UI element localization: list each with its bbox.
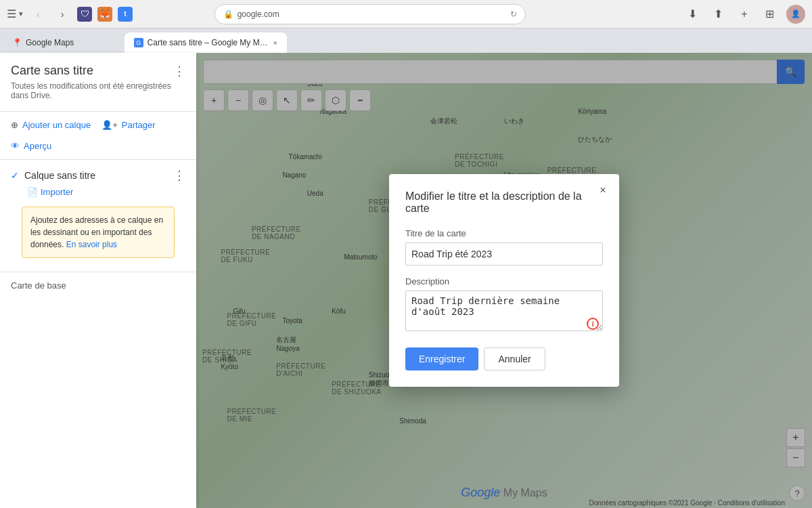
sidebar-menu-button[interactable]: ⋮ <box>173 64 185 79</box>
divider-1 <box>0 111 196 112</box>
layer-check-icon[interactable]: ✓ <box>11 170 19 181</box>
layer-name: Calque sans titre <box>24 170 168 181</box>
tab-maps[interactable]: 📍 Google Maps <box>3 33 125 53</box>
preview-button[interactable]: 👁 Aperçu <box>0 135 196 156</box>
ext-shield-icon: 🛡 <box>77 7 92 22</box>
preview-label: Aperçu <box>24 141 51 151</box>
browser-right-icons: ⬇ ⬆ + ⊞ 👤 <box>683 5 805 24</box>
ext-fox-icon: 🦊 <box>97 7 112 22</box>
mymaps-tab-favicon: G <box>134 38 143 47</box>
description-field-label: Description <box>405 276 603 287</box>
save-button[interactable]: Enregistrer <box>405 347 478 371</box>
import-button[interactable]: 📄 Importer <box>11 183 185 201</box>
layer-header: ✓ Calque sans titre ⋮ <box>11 168 185 183</box>
mymaps-tab-title: Carte sans titre – Google My Maps <box>148 38 269 47</box>
grid-icon[interactable]: ⊞ <box>761 5 780 24</box>
tabs-bar: 📍 Google Maps G Carte sans titre – Googl… <box>0 28 812 53</box>
download-icon[interactable]: ⬇ <box>683 5 702 24</box>
chevron-down-icon[interactable]: ▾ <box>19 9 23 18</box>
maps-tab-favicon: 📍 <box>12 38 22 47</box>
description-field-input[interactable]: Road Trip dernière semaine d'août 2023 <box>405 291 603 331</box>
modal-close-button[interactable]: × <box>595 182 611 198</box>
add-layer-icon: ⊕ <box>11 120 18 130</box>
divider-2 <box>0 159 196 160</box>
title-field-input[interactable] <box>405 242 603 266</box>
address-bar[interactable]: 🔒 google.com ↻ <box>215 4 526 24</box>
title-form-group: Titre de la carte <box>405 228 603 266</box>
sidebar-header: Carte sans titre ⋮ <box>0 53 196 81</box>
share-label: Partager <box>122 120 156 130</box>
sidebar-saved-status: Toutes les modifications ont été enregis… <box>0 81 196 108</box>
description-textarea-wrap: Road Trip dernière semaine d'août 2023 i <box>405 291 603 334</box>
edit-map-modal: × Modifier le titre et la description de… <box>389 174 619 387</box>
tab-mymaps[interactable]: G Carte sans titre – Google My Maps × <box>125 33 287 53</box>
sidebar-actions: ⊕ Ajouter un calque 👤+ Partager <box>0 114 196 135</box>
layer-section: ✓ Calque sans titre ⋮ 📄 Importer Ajoutez… <box>0 163 196 269</box>
forward-button[interactable]: › <box>53 5 72 24</box>
description-form-group: Description Road Trip dernière semaine d… <box>405 276 603 334</box>
basemap-label: Carte de base <box>11 280 66 291</box>
map-area[interactable]: PRÉFECTUREDE FUKU PRÉFECTUREDE GIFU PRÉF… <box>196 53 812 508</box>
share-button[interactable]: 👤+ Partager <box>102 120 155 130</box>
modal-title: Modifier le titre et la description de l… <box>405 190 603 215</box>
new-tab-icon[interactable]: + <box>735 5 754 24</box>
description-indicator: i <box>587 318 599 330</box>
lock-icon: 🔒 <box>223 9 233 19</box>
tab-close-icon[interactable]: × <box>273 39 277 47</box>
add-layer-label: Ajouter un calque <box>22 120 91 130</box>
learn-more-link[interactable]: En savoir plus <box>66 240 117 249</box>
address-text: google.com <box>238 9 506 19</box>
sidebar: Carte sans titre ⋮ Toutes les modificati… <box>0 53 196 508</box>
add-layer-button[interactable]: ⊕ Ajouter un calque <box>11 120 91 130</box>
layer-menu-button[interactable]: ⋮ <box>173 168 185 183</box>
back-button[interactable]: ‹ <box>28 5 47 24</box>
browser-chrome: ☰ ▾ ‹ › 🛡 🦊 t 🔒 google.com ↻ ⬇ ⬆ + ⊞ 👤 <box>0 0 812 28</box>
eye-icon: 👁 <box>11 141 20 151</box>
basemap-section[interactable]: Carte de base <box>0 275 196 296</box>
content-area: Carte sans titre ⋮ Toutes les modificati… <box>0 53 812 508</box>
extension-icons: 🛡 🦊 t <box>77 7 133 22</box>
sidebar-toggle[interactable]: ☰ ▾ <box>7 7 23 20</box>
modal-actions: Enregistrer Annuler <box>405 347 603 371</box>
reload-icon[interactable]: ↻ <box>510 9 517 19</box>
cancel-button[interactable]: Annuler <box>484 347 545 371</box>
sidebar-title: Carte sans titre <box>11 64 93 78</box>
title-field-label: Titre de la carte <box>405 228 603 238</box>
import-icon: 📄 <box>27 187 38 197</box>
share-icon[interactable]: ⬆ <box>709 5 728 24</box>
layer-hint: Ajoutez des adresses à ce calque en les … <box>22 207 175 258</box>
maps-tab-title: Google Maps <box>26 38 74 47</box>
divider-3 <box>0 272 196 272</box>
share-icon: 👤+ <box>102 120 118 130</box>
avatar[interactable]: 👤 <box>786 5 805 24</box>
ext-blue-icon: t <box>118 7 133 22</box>
import-label: Importer <box>41 187 73 197</box>
modal-overlay: × Modifier le titre et la description de… <box>196 53 812 508</box>
